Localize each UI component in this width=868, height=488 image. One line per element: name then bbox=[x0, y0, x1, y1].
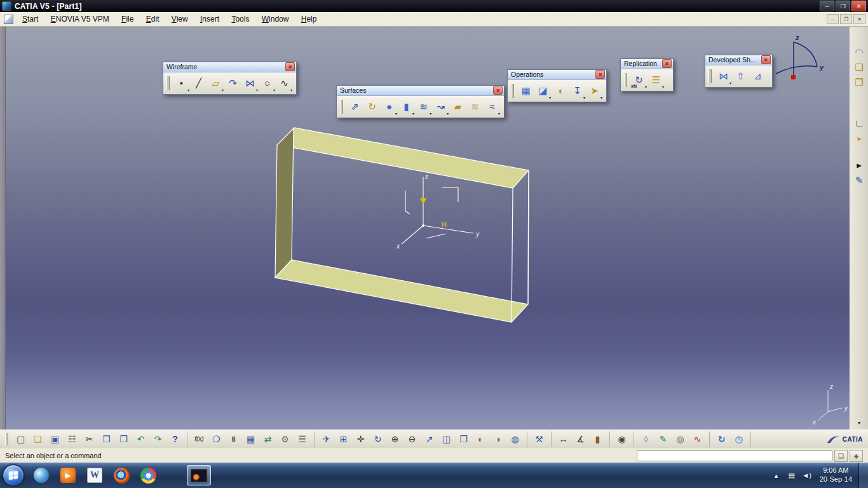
revolve-icon[interactable]: ↻ bbox=[363, 98, 381, 115]
compass-origin-handle[interactable] bbox=[791, 75, 796, 79]
maximize-button[interactable]: ❒ bbox=[836, 1, 850, 11]
page-icon-button[interactable]: ❏ bbox=[834, 450, 848, 462]
comment-icon[interactable]: ❍ bbox=[208, 431, 225, 447]
boundary-icon[interactable]: ↧ ▾ bbox=[569, 83, 586, 99]
porcupine-analysis-icon[interactable]: ∿ bbox=[689, 431, 706, 447]
measure-inertia-icon[interactable]: ▮ bbox=[589, 431, 606, 447]
checklist-icon[interactable]: ☰ bbox=[294, 431, 311, 447]
shaded-view-icon[interactable]: ◐ bbox=[472, 431, 489, 447]
fit-all-in-icon[interactable]: ⊞ bbox=[335, 431, 352, 447]
chevron-down-icon[interactable]: ▾ bbox=[600, 95, 602, 100]
3d-viewport[interactable]: z y x H z y z bbox=[6, 27, 850, 430]
machine-icon[interactable]: ⚒ bbox=[531, 431, 548, 447]
isometric-view-icon[interactable]: ❒ bbox=[455, 431, 472, 447]
copy-icon[interactable]: ❐ bbox=[98, 431, 115, 447]
zoom-in-icon[interactable]: ⊕ bbox=[386, 431, 403, 447]
chevron-down-icon[interactable]: ▾ bbox=[430, 111, 431, 116]
split-icon[interactable]: ◪ ▾ bbox=[534, 83, 552, 99]
new-document-icon[interactable]: ▢ bbox=[12, 431, 29, 447]
plane-icon[interactable]: ▱ ▾ bbox=[207, 75, 224, 92]
menu-item-file[interactable]: File bbox=[116, 13, 139, 25]
sphere-icon[interactable]: ● ▾ bbox=[381, 98, 398, 115]
cut-icon[interactable]: ✂ bbox=[81, 431, 98, 447]
normal-view-icon[interactable]: ↗ bbox=[421, 431, 438, 447]
chevron-down-icon[interactable]: ▾ bbox=[645, 85, 647, 89]
measure-item-icon[interactable]: ∡ bbox=[572, 431, 589, 447]
minimize-button[interactable]: – bbox=[820, 1, 834, 11]
chevron-down-icon[interactable]: ▾ bbox=[256, 88, 258, 92]
isophote-analysis-icon[interactable]: ◊ bbox=[637, 431, 654, 447]
unfold-icon[interactable]: ⋈ ▾ bbox=[715, 68, 732, 85]
lock-icon[interactable]: ⚙ bbox=[276, 431, 294, 447]
measure-between-icon[interactable]: ↔ bbox=[555, 431, 572, 447]
expand-toolbar-arrow[interactable]: ▸ bbox=[851, 158, 867, 173]
mdi-close-button[interactable]: ✕ bbox=[853, 14, 865, 24]
clock[interactable]: 9:06 AM 20-Sep-14 bbox=[820, 466, 852, 484]
menu-item-edit[interactable]: Edit bbox=[141, 13, 165, 25]
operations-toolbar[interactable]: Operations ✕ ▦ ◪ bbox=[507, 69, 607, 102]
taskbar-item-firefox[interactable] bbox=[109, 465, 133, 485]
taskbar-item-catia-active[interactable] bbox=[187, 465, 211, 485]
intersection-icon[interactable]: ⋈ ▾ bbox=[241, 75, 259, 92]
trim-icon[interactable]: ◖ bbox=[552, 83, 569, 99]
object-repetition-icon[interactable]: ↻ xN ▾ bbox=[630, 72, 648, 88]
select-pointer-icon[interactable]: ➤ bbox=[851, 135, 867, 144]
ordered-geometrical-set-icon[interactable]: ❐ bbox=[851, 75, 867, 90]
show-desktop-button[interactable] bbox=[858, 463, 868, 488]
axis-system-icon[interactable]: ∟ bbox=[851, 116, 867, 131]
extrude-icon[interactable]: ⇗ bbox=[346, 98, 363, 115]
menu-item-enovia[interactable]: ENOVIA V5 VPM bbox=[46, 13, 114, 25]
extract-icon[interactable]: ➤ ▾ bbox=[586, 83, 603, 99]
drag-handle[interactable] bbox=[166, 76, 170, 90]
chevron-down-icon[interactable]: ▾ bbox=[447, 111, 449, 116]
wireframe-toolbar-titlebar[interactable]: Wireframe ✕ bbox=[163, 62, 296, 72]
compass-icon-button[interactable]: ◈ bbox=[850, 450, 863, 462]
planes-between-icon[interactable]: ☰ ▾ bbox=[648, 72, 665, 88]
chevron-down-icon[interactable]: ▾ bbox=[222, 88, 224, 92]
pan-icon[interactable]: ✛ bbox=[352, 431, 369, 447]
hide-show-icon[interactable]: ◍ bbox=[506, 431, 524, 447]
chevron-down-icon[interactable]: ▾ bbox=[549, 95, 551, 100]
mdi-minimize-button[interactable]: – bbox=[827, 14, 839, 24]
chevron-down-icon[interactable]: ▾ bbox=[583, 95, 585, 100]
drag-handle[interactable] bbox=[5, 433, 8, 445]
curvature-analysis-icon[interactable]: ✎ bbox=[654, 431, 672, 447]
geometrical-set-icon[interactable]: ❏ bbox=[851, 60, 867, 75]
rotate-icon[interactable]: ↻ bbox=[369, 431, 386, 447]
join-icon[interactable]: ▦ bbox=[517, 83, 534, 99]
chevron-down-icon[interactable]: ▾ bbox=[290, 88, 292, 92]
drag-handle[interactable] bbox=[709, 69, 712, 83]
chevron-down-icon[interactable]: ▾ bbox=[395, 111, 397, 116]
chevron-down-icon[interactable]: ▾ bbox=[412, 111, 414, 116]
close-icon[interactable]: ✕ bbox=[662, 59, 672, 68]
part-document-icon[interactable] bbox=[4, 15, 13, 24]
developed-shapes-toolbar[interactable]: Developed Sh... ✕ ⋈ ▾ bbox=[705, 55, 773, 88]
replication-toolbar-titlebar[interactable]: Replication ✕ bbox=[621, 59, 673, 69]
hidden-icons-button[interactable]: ▴ bbox=[770, 468, 783, 483]
refresh-icon[interactable]: ↻ bbox=[713, 431, 730, 447]
taskbar-item-media-player[interactable]: ▶ bbox=[56, 465, 80, 485]
relations-icon[interactable]: ⇄ bbox=[259, 431, 276, 447]
wireframe-toolbar[interactable]: Wireframe ✕ • ▾ ╱ bbox=[163, 62, 297, 95]
menu-item-insert[interactable]: Insert bbox=[195, 13, 224, 25]
projection-icon[interactable]: ↷ bbox=[224, 75, 241, 92]
sweep-icon[interactable]: ↝ ▾ bbox=[432, 98, 449, 115]
point-icon[interactable]: • ▾ bbox=[173, 75, 190, 92]
knowledge-inspector-icon[interactable]: 8 bbox=[225, 431, 242, 447]
surfaces-toolbar[interactable]: Surfaces ✕ ⇗ ↻ bbox=[336, 85, 505, 118]
close-icon[interactable]: ✕ bbox=[493, 86, 503, 95]
redo-icon[interactable]: ↷ bbox=[149, 431, 166, 447]
offset-icon[interactable]: ≋ ▾ bbox=[415, 98, 432, 115]
drag-handle[interactable] bbox=[511, 84, 514, 98]
operations-toolbar-titlebar[interactable]: Operations ✕ bbox=[508, 70, 606, 80]
surface-frame-model[interactable] bbox=[275, 128, 529, 322]
workbench-gsd-icon[interactable]: ◠ bbox=[851, 44, 867, 60]
whats-this-icon[interactable]: ? bbox=[166, 431, 184, 447]
developed-shapes-toolbar-titlebar[interactable]: Developed Sh... ✕ bbox=[705, 55, 772, 65]
save-icon[interactable]: ▣ bbox=[46, 431, 64, 447]
print-icon[interactable]: ☷ bbox=[64, 431, 81, 447]
distance-analysis-icon[interactable]: ◎ bbox=[672, 431, 689, 447]
develop-icon[interactable]: ⊿ bbox=[749, 68, 766, 85]
chevron-down-icon[interactable]: ▾ bbox=[498, 111, 500, 116]
replication-toolbar[interactable]: Replication ✕ ↻ xN ▾ bbox=[620, 58, 674, 92]
